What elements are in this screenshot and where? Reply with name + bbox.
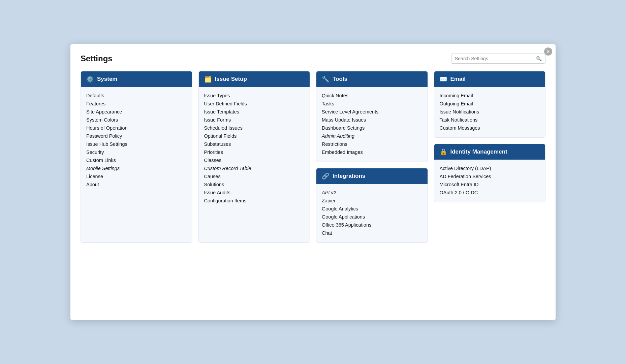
system-custom-links[interactable]: Custom Links	[86, 156, 187, 164]
identity-card: 🔒 Identity Management Active Directory (…	[434, 144, 546, 202]
service-level-agreements[interactable]: Service Level Agreements	[322, 108, 422, 116]
integrations-icon: 🔗	[322, 172, 329, 180]
system-site-appearance[interactable]: Site Appearance	[86, 108, 187, 116]
api-v2[interactable]: API v2	[322, 189, 422, 197]
tools-icon: 🔧	[322, 75, 329, 83]
task-notifications[interactable]: Task Notifications	[440, 116, 540, 124]
system-card-header: ⚙️ System	[81, 71, 192, 87]
classes[interactable]: Classes	[204, 156, 305, 164]
settings-grid: ⚙️ System Defaults Features Site Appeara…	[81, 71, 545, 243]
system-icon: ⚙️	[86, 75, 94, 83]
col3: 🔧 Tools Quick Notes Tasks Service Level …	[316, 71, 428, 243]
oauth-oidc[interactable]: OAuth 2.0 / OIDC	[440, 189, 540, 197]
identity-title: Identity Management	[450, 148, 507, 155]
integrations-card-header: 🔗 Integrations	[316, 168, 428, 184]
optional-fields[interactable]: Optional Fields	[204, 132, 305, 140]
tools-card: 🔧 Tools Quick Notes Tasks Service Level …	[316, 71, 428, 162]
configuration-items[interactable]: Configuration Items	[204, 197, 305, 205]
system-defaults[interactable]: Defaults	[86, 92, 187, 100]
integrations-title: Integrations	[333, 173, 365, 179]
system-card-body: Defaults Features Site Appearance System…	[81, 87, 192, 194]
custom-record-table[interactable]: Custom Record Table	[204, 164, 305, 172]
system-hours-of-operation[interactable]: Hours of Operation	[86, 124, 187, 132]
tools-card-header: 🔧 Tools	[316, 71, 428, 87]
substatuses[interactable]: Substatuses	[204, 140, 305, 148]
system-license[interactable]: License	[86, 172, 187, 180]
issue-notifications[interactable]: Issue Notifications	[440, 108, 540, 116]
issue-setup-icon: 🗂️	[204, 75, 212, 83]
system-password-policy[interactable]: Password Policy	[86, 132, 187, 140]
identity-card-header: 🔒 Identity Management	[434, 144, 545, 160]
search-input[interactable]	[455, 56, 536, 61]
close-button[interactable]: ×	[544, 47, 552, 56]
email-card-header: ✉️ Email	[434, 71, 545, 87]
admin-auditing[interactable]: Admin Auditing	[322, 132, 422, 140]
user-defined-fields[interactable]: User Defined Fields	[204, 100, 305, 108]
issue-setup-card-header: 🗂️ Issue Setup	[199, 71, 310, 87]
integrations-card: 🔗 Integrations API v2 Zapier Google Anal…	[316, 168, 428, 243]
email-title: Email	[450, 76, 466, 82]
system-security[interactable]: Security	[86, 148, 187, 156]
issue-types[interactable]: Issue Types	[204, 92, 305, 100]
email-icon: ✉️	[440, 75, 447, 83]
tools-card-body: Quick Notes Tasks Service Level Agreemen…	[316, 87, 428, 162]
system-features[interactable]: Features	[86, 100, 187, 108]
issue-forms[interactable]: Issue Forms	[204, 116, 305, 124]
system-title: System	[97, 76, 117, 82]
modal-title: Settings	[81, 54, 113, 63]
quick-notes[interactable]: Quick Notes	[322, 92, 422, 100]
search-box: 🔍	[451, 54, 545, 64]
tasks[interactable]: Tasks	[322, 100, 422, 108]
identity-card-body: Active Directory (LDAP) AD Federation Se…	[434, 160, 545, 202]
tools-title: Tools	[333, 76, 347, 82]
solutions[interactable]: Solutions	[204, 180, 305, 189]
system-system-colors[interactable]: System Colors	[86, 116, 187, 124]
scheduled-issues[interactable]: Scheduled Issues	[204, 124, 305, 132]
issue-setup-title: Issue Setup	[215, 76, 247, 82]
causes[interactable]: Causes	[204, 172, 305, 180]
outgoing-email[interactable]: Outgoing Email	[440, 100, 540, 108]
chat[interactable]: Chat	[322, 229, 422, 237]
embedded-images[interactable]: Embedded Images	[322, 148, 422, 156]
issue-setup-card-body: Issue Types User Defined Fields Issue Te…	[199, 87, 310, 210]
incoming-email[interactable]: Incoming Email	[440, 92, 540, 100]
google-applications[interactable]: Google Applications	[322, 213, 422, 221]
restrictions[interactable]: Restrictions	[322, 140, 422, 148]
email-card: ✉️ Email Incoming Email Outgoing Email I…	[434, 71, 546, 138]
custom-messages[interactable]: Custom Messages	[440, 124, 540, 132]
system-mobile-settings[interactable]: Mobile Settings	[86, 164, 187, 172]
system-about[interactable]: About	[86, 180, 187, 189]
identity-icon: 🔒	[440, 148, 447, 156]
ad-federation-services[interactable]: AD Federation Services	[440, 172, 540, 180]
issue-audits[interactable]: Issue Audits	[204, 189, 305, 197]
search-icon: 🔍	[536, 56, 542, 61]
dashboard-settings[interactable]: Dashboard Settings	[322, 124, 422, 132]
email-card-body: Incoming Email Outgoing Email Issue Noti…	[434, 87, 545, 137]
integrations-card-body: API v2 Zapier Google Analytics Google Ap…	[316, 184, 428, 242]
system-card: ⚙️ System Defaults Features Site Appeara…	[81, 71, 192, 243]
google-analytics[interactable]: Google Analytics	[322, 205, 422, 213]
microsoft-entra-id[interactable]: Microsoft Entra ID	[440, 180, 540, 189]
system-issue-hub-settings[interactable]: Issue Hub Settings	[86, 140, 187, 148]
active-directory[interactable]: Active Directory (LDAP)	[440, 164, 540, 172]
zapier[interactable]: Zapier	[322, 197, 422, 205]
issue-templates[interactable]: Issue Templates	[204, 108, 305, 116]
mass-update-issues[interactable]: Mass Update Issues	[322, 116, 422, 124]
issue-setup-card: 🗂️ Issue Setup Issue Types User Defined …	[198, 71, 310, 243]
col4: ✉️ Email Incoming Email Outgoing Email I…	[434, 71, 546, 243]
priorities[interactable]: Priorities	[204, 148, 305, 156]
modal-header: Settings 🔍	[81, 54, 545, 64]
office-365-applications[interactable]: Office 365 Applications	[322, 221, 422, 229]
settings-modal: × Settings 🔍 ⚙️ System Defaults Features…	[70, 44, 556, 320]
